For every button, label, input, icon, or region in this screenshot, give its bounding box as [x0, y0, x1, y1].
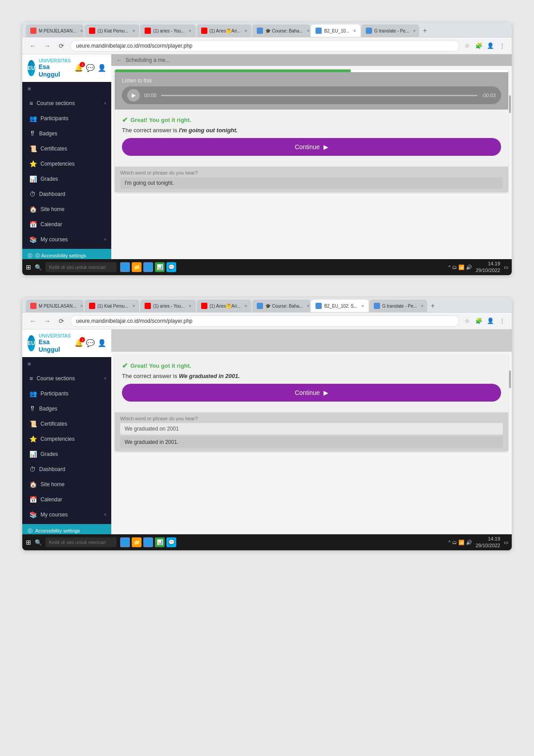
sidebar2-my-courses[interactable]: 📚 My courses ‹	[22, 507, 111, 522]
user-avatar-2[interactable]: 👤	[97, 339, 106, 347]
sidebar-item-participants[interactable]: 👥 Participants	[22, 111, 111, 126]
new-tab-button-2[interactable]: +	[428, 300, 437, 312]
hamburger-menu-2[interactable]: ≡	[22, 357, 111, 371]
start-icon-2[interactable]: ⊞	[26, 539, 31, 546]
continue-button-1[interactable]: Continue ▶	[122, 138, 501, 156]
tab2-course[interactable]: 🎓 Course: Baha... ×	[252, 300, 310, 312]
bookmark-icon-2[interactable]: ☆	[463, 317, 472, 325]
tab-aries-emoji[interactable]: (1) Aries🤔Ari... ×	[197, 24, 252, 37]
refresh-button[interactable]: ⟳	[56, 41, 67, 51]
taskbar-app-2[interactable]: 📁	[132, 262, 142, 272]
sidebar2-participants[interactable]: 👥 Participants	[22, 386, 111, 401]
taskbar-icons: ^ 🗂 📶 🔊	[449, 264, 472, 270]
chat-icon-2[interactable]: 💬	[86, 339, 95, 347]
user-avatar[interactable]: 👤	[97, 64, 106, 72]
hamburger-menu[interactable]: ≡	[22, 82, 111, 96]
tab-b2-eu[interactable]: B2_EU_10... ×	[311, 24, 360, 37]
sidebar2-site-home[interactable]: 🏠 Site home	[22, 477, 111, 492]
accessibility-settings-btn[interactable]: ⓪ ⓪ Accessibility settings	[22, 249, 111, 259]
sidebar2-dashboard[interactable]: ⏱ Dashboard	[22, 462, 111, 477]
taskbar2-app-4[interactable]: 📊	[155, 537, 165, 547]
accessibility-label: ⓪ Accessibility settings	[35, 252, 86, 259]
taskbar-search-2[interactable]	[45, 537, 117, 547]
chat-icon[interactable]: 💬	[86, 64, 95, 72]
scroll-indicator-2[interactable]	[509, 370, 511, 388]
sidebar-item-my-courses[interactable]: 📚 My courses ‹	[22, 232, 111, 247]
back-button[interactable]: ←	[28, 41, 38, 51]
sidebar-item-competencies[interactable]: ⭐ Competencies	[22, 156, 111, 171]
sidebar2-competencies[interactable]: ⭐ Competencies	[22, 431, 111, 447]
new-tab-button[interactable]: +	[420, 24, 429, 37]
sidebar2-course-sections[interactable]: ≡ Course sections ‹	[22, 371, 111, 386]
sidebar2-calendar[interactable]: 📅 Calendar	[22, 492, 111, 507]
tab-aries-yt[interactable]: (1) aries - You... ×	[140, 24, 195, 37]
sidebar-item-dashboard[interactable]: ⏱ Dashboard	[22, 187, 111, 202]
menu-icon-2[interactable]: ⋮	[498, 317, 506, 325]
taskbar2-app-1[interactable]: 🌐	[120, 537, 130, 547]
tab2-b2-eu[interactable]: B2_EU_102: S... ×	[311, 300, 368, 312]
sidebar-item-site-home[interactable]: 🏠 Site home	[22, 202, 111, 217]
sidebar2-certificates[interactable]: 📜 Certificates	[22, 416, 111, 431]
tab-translate[interactable]: G translate - Pe... ×	[361, 24, 419, 37]
taskbar-app-1[interactable]: 🌐	[120, 262, 130, 272]
course-sections-icon: ≡	[29, 100, 33, 107]
menu-icon[interactable]: ⋮	[498, 41, 506, 50]
scroll-indicator-1[interactable]	[509, 95, 511, 113]
input-placeholder-2: Which word or phrase do you hear?	[120, 416, 503, 421]
tab2-translate[interactable]: G translate - Pe... ×	[369, 300, 427, 312]
sidebar-item-calendar[interactable]: 📅 Calendar	[22, 217, 111, 232]
play-button[interactable]: ▶	[127, 89, 140, 102]
tab2-penjelasan[interactable]: M PENJELASAN... ×	[26, 300, 84, 312]
accessibility-btn-2[interactable]: ⓪ Accessibility settings	[22, 524, 111, 534]
sidebar-item-badges[interactable]: 🎖 Badges	[22, 126, 111, 141]
notification-icon-2[interactable]: 🔔 1	[74, 339, 83, 347]
back-button-2[interactable]: ←	[28, 316, 38, 326]
extensions-icon[interactable]: 🧩	[474, 41, 483, 50]
taskbar-app-3[interactable]: 🌐	[143, 262, 153, 272]
participants-icon: 👥	[29, 115, 37, 122]
taskbar2-app-5[interactable]: 💬	[166, 537, 176, 547]
tab2-aries-yt[interactable]: (1) aries - You... ×	[140, 300, 195, 312]
taskbar-search[interactable]	[45, 262, 117, 272]
sidebar2-competencies-label: Competencies	[40, 436, 75, 442]
continue-label-2: Continue	[295, 389, 320, 396]
forward-button[interactable]: →	[42, 41, 53, 51]
tab-penjelasan[interactable]: M PENJELASAN... ×	[26, 24, 84, 37]
sidebar-item-certificates[interactable]: 📜 Certificates	[22, 141, 111, 156]
sidebar2-badges[interactable]: 🎖 Badges	[22, 401, 111, 416]
refresh-button-2[interactable]: ⟳	[56, 316, 67, 326]
answer-prefix-2: The correct answer is	[122, 373, 179, 379]
tab-kiat[interactable]: (1) Kiat Pemu... ×	[85, 24, 139, 37]
start-icon[interactable]: ⊞	[26, 264, 31, 271]
profile-icon[interactable]: 👤	[486, 41, 495, 50]
tab-course[interactable]: 🎓 Course: Baha... ×	[252, 24, 310, 37]
notification-icon[interactable]: 🔔 1	[74, 64, 83, 72]
audio-label: Listen to this	[122, 77, 501, 84]
bookmark-icon[interactable]: ☆	[463, 41, 472, 50]
audio-time-end: -00:03	[482, 93, 496, 98]
show-desktop-icon-2[interactable]: ▭	[504, 540, 508, 545]
sidebar-item-grades[interactable]: 📊 Grades	[22, 171, 111, 187]
continue-button-2[interactable]: Continue ▶	[122, 384, 501, 402]
forward-button-2[interactable]: →	[42, 316, 53, 326]
address-input[interactable]	[70, 40, 459, 52]
profile-icon-2[interactable]: 👤	[486, 317, 495, 325]
audio-time-start: 00:00	[144, 93, 157, 98]
tab2-kiat[interactable]: (1) Kiat Pemu... ×	[85, 300, 139, 312]
taskbar-app-4[interactable]: 📊	[155, 262, 165, 272]
sidebar-item-calendar-label: Calendar	[40, 221, 62, 228]
sidebar-header-2: EU UNIVERSITAS Esa Unggul 🔔 1 💬 👤	[22, 329, 111, 357]
taskbar-app-5[interactable]: 💬	[166, 262, 176, 272]
address-input-2[interactable]	[70, 315, 459, 327]
extensions-icon-2[interactable]: 🧩	[474, 317, 483, 325]
continue-icon-2: ▶	[324, 389, 328, 396]
tab2-aries-emoji[interactable]: (1) Aries🤔Ari... ×	[197, 300, 252, 312]
sidebar2-grades[interactable]: 📊 Grades	[22, 447, 111, 462]
show-desktop-icon[interactable]: ▭	[504, 264, 508, 270]
taskbar2-app-3[interactable]: 🌐	[143, 537, 153, 547]
dashboard-icon: ⏱	[29, 191, 36, 198]
sidebar-item-course-sections[interactable]: ≡ Course sections ‹	[22, 96, 111, 111]
taskbar2-app-2[interactable]: 📁	[132, 537, 142, 547]
audio-progress-bar[interactable]	[161, 95, 477, 96]
sidebar-item-badges-label: Badges	[39, 130, 57, 137]
